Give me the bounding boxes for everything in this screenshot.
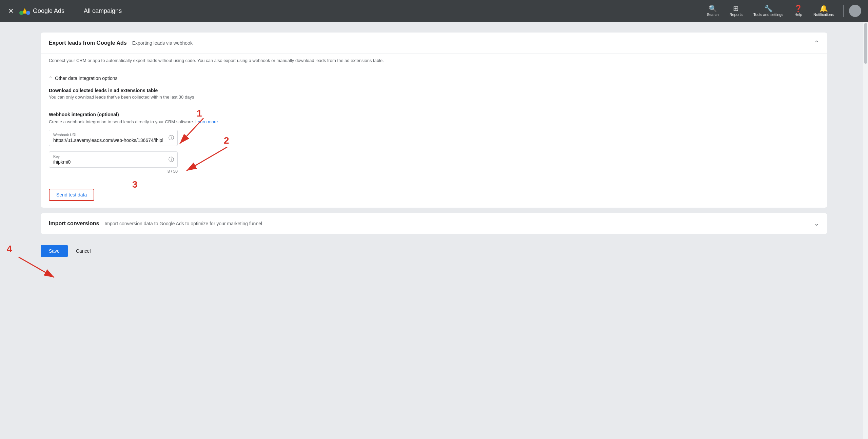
learn-more-link[interactable]: Learn more bbox=[195, 119, 218, 124]
import-header: Import conversions Import conversion dat… bbox=[41, 213, 827, 234]
key-counter: 8 / 50 bbox=[49, 169, 178, 174]
key-field-group: Key ihipkmi0 ⓘ 8 / 50 bbox=[49, 151, 819, 174]
webhook-desc: Create a webhook integration to send lea… bbox=[49, 119, 819, 124]
webhook-url-box: Webhook URL https://u1.savemyleads.com/w… bbox=[49, 130, 178, 146]
webhook-section: Webhook integration (optional) Create a … bbox=[41, 105, 827, 186]
webhook-desc-text: Create a webhook integration to send lea… bbox=[49, 119, 195, 124]
all-campaigns-label: All campaigns bbox=[84, 7, 122, 15]
cancel-button[interactable]: Cancel bbox=[72, 245, 95, 257]
annotation-4: 4 bbox=[7, 244, 12, 254]
key-box: Key ihipkmi0 ⓘ bbox=[49, 151, 178, 168]
webhook-url-value[interactable]: https://u1.savemyleads.com/web-hooks/136… bbox=[53, 138, 163, 143]
nav-divider bbox=[74, 6, 74, 16]
import-header-left: Import conversions Import conversion dat… bbox=[49, 221, 262, 227]
notifications-nav-button[interactable]: 🔔 Notifications bbox=[809, 3, 838, 19]
scrollbar[interactable] bbox=[863, 22, 868, 439]
notifications-nav-label: Notifications bbox=[813, 13, 834, 17]
expand-import-icon[interactable]: ⌄ bbox=[814, 220, 819, 227]
export-leads-card: Export leads from Google Ads Exporting l… bbox=[41, 33, 827, 208]
bottom-actions: Save Cancel bbox=[41, 239, 827, 263]
tools-nav-label: Tools and settings bbox=[753, 13, 783, 17]
save-button[interactable]: Save bbox=[41, 245, 68, 257]
topnav-right: 🔍 Search ⊞ Reports 🔧 Tools and settings … bbox=[703, 3, 861, 19]
import-title: Import conversions bbox=[49, 221, 99, 227]
other-data-toggle[interactable]: ⌃ Other data integration options bbox=[41, 70, 827, 84]
key-hint-icon[interactable]: ⓘ bbox=[169, 156, 174, 163]
reports-nav-label: Reports bbox=[729, 13, 743, 17]
download-leads-section: Download collected leads in ad extension… bbox=[41, 84, 827, 105]
import-subtitle: Import conversion data to Google Ads to … bbox=[104, 221, 262, 226]
main-content: Export leads from Google Ads Exporting l… bbox=[0, 22, 868, 439]
webhook-title: Webhook integration (optional) bbox=[49, 112, 819, 117]
webhook-url-field-group: Webhook URL https://u1.savemyleads.com/w… bbox=[49, 130, 819, 146]
key-label: Key bbox=[53, 154, 165, 159]
nav-right-divider bbox=[843, 5, 844, 17]
search-nav-label: Search bbox=[707, 13, 719, 17]
download-title: Download collected leads in ad extension… bbox=[49, 88, 819, 93]
webhook-url-label: Webhook URL bbox=[53, 133, 165, 137]
export-desc-text: Connect your CRM or app to automatically… bbox=[49, 58, 384, 63]
toggle-arrow-icon: ⌃ bbox=[49, 76, 52, 81]
key-value[interactable]: ihipkmi0 bbox=[53, 159, 71, 165]
tools-icon: 🔧 bbox=[764, 5, 773, 12]
scrollbar-thumb[interactable] bbox=[864, 23, 867, 64]
logo-text: Google Ads bbox=[33, 7, 64, 15]
search-icon: 🔍 bbox=[709, 5, 717, 12]
top-navigation: ✕ Google Ads All campaigns 🔍 Search ⊞ Re… bbox=[0, 0, 868, 22]
export-leads-header: Export leads from Google Ads Exporting l… bbox=[41, 33, 827, 54]
svg-point-2 bbox=[19, 11, 23, 15]
card-header-left: Export leads from Google Ads Exporting l… bbox=[49, 40, 193, 46]
export-leads-subtitle: Exporting leads via webhook bbox=[132, 40, 193, 46]
webhook-url-hint-icon[interactable]: ⓘ bbox=[169, 134, 174, 142]
reports-nav-button[interactable]: ⊞ Reports bbox=[725, 3, 747, 19]
help-icon: ❓ bbox=[794, 5, 803, 12]
google-ads-logo: Google Ads bbox=[19, 5, 64, 16]
close-button[interactable]: ✕ bbox=[7, 6, 15, 16]
collapse-icon[interactable]: ⌃ bbox=[814, 39, 819, 47]
user-avatar[interactable] bbox=[849, 5, 861, 17]
reports-icon: ⊞ bbox=[733, 5, 739, 12]
tools-nav-button[interactable]: 🔧 Tools and settings bbox=[749, 3, 787, 19]
send-test-data-button[interactable]: Send test data bbox=[49, 189, 94, 201]
notifications-icon: 🔔 bbox=[820, 5, 828, 12]
help-nav-button[interactable]: ❓ Help bbox=[790, 3, 807, 19]
download-desc: You can only download leads that've been… bbox=[49, 95, 819, 100]
other-data-label: Other data integration options bbox=[55, 76, 117, 81]
google-ads-logo-icon bbox=[19, 5, 30, 16]
svg-point-1 bbox=[26, 11, 30, 15]
import-conversions-card: Import conversions Import conversion dat… bbox=[41, 213, 827, 234]
export-leads-description: Connect your CRM or app to automatically… bbox=[41, 54, 827, 70]
export-leads-title: Export leads from Google Ads bbox=[49, 40, 127, 46]
search-nav-button[interactable]: 🔍 Search bbox=[703, 3, 723, 19]
help-nav-label: Help bbox=[794, 13, 802, 17]
